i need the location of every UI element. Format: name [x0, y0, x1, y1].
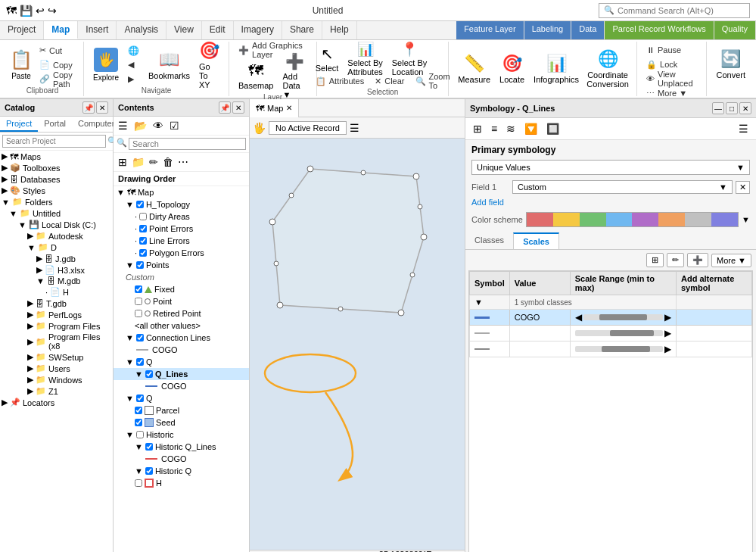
go-to-xy-button[interactable]: 🎯 Go To XY [196, 44, 222, 86]
polygon-errors-checkbox[interactable] [139, 249, 147, 257]
tree-windows[interactable]: ▶📁Windows [0, 374, 113, 385]
sym-add-row-button[interactable]: ⊞ [646, 253, 664, 267]
layer-connection-lines[interactable]: ▼Connection Lines [114, 332, 249, 344]
sym-filter-icon[interactable]: 🔽 [521, 121, 540, 136]
scale-bar-row2[interactable] [575, 330, 663, 336]
remove-layer-icon[interactable]: 🗑 [161, 154, 175, 170]
paste-button[interactable]: 📋 Paste [8, 44, 35, 86]
tree-users[interactable]: ▶📁Users [0, 363, 113, 374]
field1-dropdown[interactable]: Custom▼ [512, 180, 733, 194]
tab-analysis[interactable]: Analysis [117, 21, 166, 39]
clear-button[interactable]: ✕Clear [372, 74, 407, 88]
historic-checkbox[interactable] [136, 431, 144, 438]
parcel-checkbox[interactable] [135, 407, 142, 414]
tab-insert[interactable]: Insert [78, 21, 117, 39]
layer-all-other-values[interactable]: <all other values> [114, 320, 249, 332]
full-extent-button[interactable]: 🌐 [125, 44, 142, 58]
sym-more-icon[interactable]: ☰ [736, 121, 751, 136]
next-extent-button[interactable]: ▶ [125, 73, 142, 86]
catalog-tab-portal[interactable]: Portal [38, 117, 72, 132]
tree-programfiles[interactable]: ▶📁Program Files [0, 320, 113, 332]
command-search-input[interactable] [618, 6, 745, 15]
tree-perflogs[interactable]: ▶📁PerfLogs [0, 309, 113, 320]
q-lines-checkbox[interactable] [145, 370, 153, 378]
color-scheme-dropdown-button[interactable]: ▼ [742, 215, 750, 224]
layer-q-parcel-group[interactable]: ▼Q [114, 392, 249, 404]
tab-labeling[interactable]: Labeling [524, 21, 572, 39]
map-nav-icon[interactable]: 🖐 [253, 122, 266, 134]
add-layer-icon[interactable]: ⊞ [117, 154, 129, 170]
tree-h3xlsx[interactable]: ▶📄H3.xlsx [0, 264, 113, 276]
list-by-selection-icon[interactable]: ☑ [168, 118, 181, 133]
tree-untitled[interactable]: ▼📁Untitled [0, 207, 113, 219]
seed-checkbox[interactable] [135, 419, 142, 426]
zoom-to-selection-button[interactable]: 🔍Zoom To [412, 74, 453, 88]
sym-maximize-button[interactable]: □ [726, 102, 738, 114]
scale-bar-row3[interactable] [575, 346, 663, 352]
layer-cogo-historic[interactable]: COGO [114, 453, 249, 465]
prev-extent-button[interactable]: ◀ [125, 58, 142, 72]
q-parcel-checkbox[interactable] [136, 395, 144, 402]
sym-gallery-icon[interactable]: ⊞ [470, 121, 485, 136]
tree-h[interactable]: ·📄H [0, 286, 113, 298]
layer-seed[interactable]: Seed [114, 416, 249, 429]
catalog-search-input[interactable] [2, 135, 106, 148]
fixed-checkbox[interactable] [135, 285, 142, 293]
layer-h[interactable]: H [114, 477, 249, 489]
layer-line-errors[interactable]: ·Line Errors [114, 235, 249, 247]
select-by-attributes-button[interactable]: 📊Select ByAttributes [344, 43, 385, 73]
unique-values-dropdown[interactable]: Unique Values▼ [471, 160, 750, 175]
dirty-areas-checkbox[interactable] [139, 213, 147, 220]
field1-clear-button[interactable]: ✕ [736, 181, 750, 194]
layer-cogo-connection[interactable]: COGO [114, 344, 249, 356]
catalog-tab-project[interactable]: Project [0, 117, 38, 132]
locate-button[interactable]: 🎯Locate [496, 48, 527, 90]
layer-fixed[interactable]: Fixed [114, 283, 249, 295]
connection-lines-checkbox[interactable] [136, 334, 144, 341]
coordinate-button[interactable]: 🌐CoordinateConversion [585, 48, 630, 90]
tab-data[interactable]: Data [571, 21, 605, 39]
layer-parcel[interactable]: Parcel [114, 404, 249, 416]
layer-dirty-areas[interactable]: ·Dirty Areas [114, 211, 249, 223]
map-menu-icon[interactable]: ☰ [350, 122, 359, 134]
tree-local-disk[interactable]: ▼💾Local Disk (C:) [0, 219, 113, 230]
line-errors-checkbox[interactable] [139, 237, 147, 245]
layer-historic-q[interactable]: ▼Historic Q [114, 465, 249, 477]
tree-folders[interactable]: ▼📁Folders [0, 196, 113, 207]
color-scheme-picker[interactable] [526, 212, 739, 227]
convert-button[interactable]: 🔄Convert [713, 43, 748, 86]
layer-point[interactable]: Point [114, 295, 249, 307]
tree-z1[interactable]: ▶📁Z1 [0, 385, 113, 397]
list-by-drawing-order-icon[interactable]: ☰ [117, 118, 129, 133]
edit-layer-icon[interactable]: ✏ [148, 154, 160, 170]
add-field-link[interactable]: Add field [465, 196, 756, 210]
copy-path-button[interactable]: 🔗Copy Path [36, 73, 77, 86]
historic-q-checkbox[interactable] [145, 467, 153, 475]
layer-retired-point[interactable]: Retired Point [114, 307, 249, 320]
table-row-cogo[interactable]: COGO ◀ ▶ [470, 310, 752, 326]
tab-view[interactable]: View [166, 21, 202, 39]
map-tab[interactable]: 🗺 Map ✕ [250, 99, 299, 117]
basemap-button[interactable]: 🗺 Basemap [235, 58, 276, 93]
expand-icon[interactable]: ▼ [474, 298, 483, 307]
infographics-button[interactable]: 📊Infographics [530, 48, 582, 90]
add-data-button[interactable]: ➕ Add Data ▼ [280, 58, 311, 93]
tree-autodesk[interactable]: ▶📁Autodesk [0, 230, 113, 242]
tab-parcel-record[interactable]: Parcel Record Workflows [605, 21, 714, 39]
sym-masking-icon[interactable]: 🔲 [543, 121, 562, 136]
bookmarks-button[interactable]: 📖 Bookmarks [145, 44, 193, 86]
list-by-source-icon[interactable]: 📂 [132, 118, 148, 133]
select-button[interactable]: ↖Select [313, 43, 342, 73]
tab-quality[interactable]: Quality [714, 21, 756, 39]
sym-collapse-button[interactable]: — [712, 102, 724, 114]
layer-map[interactable]: ▼🗺Map [114, 186, 249, 198]
sym-properties-icon[interactable]: ≡ [488, 121, 500, 136]
layer-historic-qlines[interactable]: ▼Historic Q_Lines [114, 441, 249, 453]
table-row-3[interactable]: ▶ [470, 341, 752, 357]
htopology-checkbox[interactable] [136, 201, 144, 208]
group-layer-icon[interactable]: 📁 [130, 154, 146, 170]
tab-feature-layer[interactable]: Feature Layer [456, 21, 524, 39]
tree-styles[interactable]: ▶🎨Styles [0, 185, 113, 196]
scale-bar-cogo[interactable] [583, 314, 663, 320]
tab-classes[interactable]: Classes [465, 232, 513, 249]
